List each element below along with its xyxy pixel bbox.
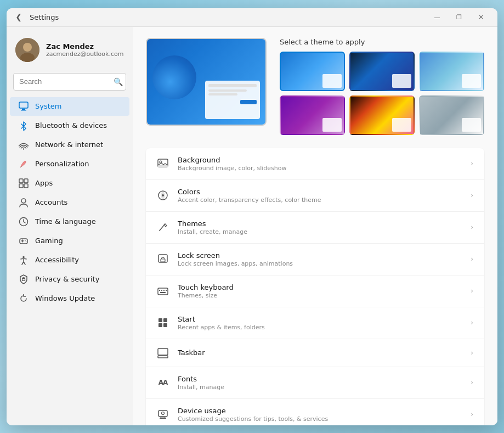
- svg-point-11: [21, 199, 26, 203]
- sidebar-item-network[interactable]: Network & internet: [10, 136, 129, 154]
- background-sub: Background image, color, slideshow: [178, 165, 462, 172]
- accessibility-icon: [19, 255, 29, 265]
- theme-thumb-2[interactable]: [349, 52, 415, 91]
- sidebar-item-bluetooth-label: Bluetooth & devices: [35, 121, 107, 130]
- bluetooth-icon: [19, 121, 29, 131]
- settings-item-background[interactable]: Background Background image, color, slid…: [146, 148, 484, 180]
- fonts-chevron: ›: [471, 379, 473, 386]
- time-icon: [19, 217, 29, 227]
- sidebar-item-gaming[interactable]: Gaming: [10, 232, 129, 250]
- sidebar-item-network-label: Network & internet: [35, 140, 103, 149]
- settings-item-start[interactable]: Start Recent apps & items, folders ›: [146, 307, 484, 339]
- colors-chevron: ›: [471, 192, 473, 199]
- svg-point-20: [160, 161, 162, 163]
- fonts-sub: Install, manage: [178, 384, 462, 391]
- taskbar-chevron: ›: [471, 349, 473, 357]
- svg-rect-25: [161, 259, 165, 262]
- maximize-button[interactable]: ❐: [448, 8, 470, 27]
- thumb-window-1: [322, 74, 342, 88]
- fonts-title: Fonts: [178, 375, 462, 383]
- sidebar-item-bluetooth[interactable]: Bluetooth & devices: [10, 116, 129, 135]
- sidebar-nav: System Bluetooth & devices Network & int…: [7, 97, 133, 308]
- sidebar-item-time[interactable]: Time & language: [10, 212, 129, 231]
- sidebar-item-personalization[interactable]: Personalization: [10, 155, 129, 173]
- settings-item-colors[interactable]: Colors Accent color, transparency effect…: [146, 180, 484, 212]
- svg-rect-28: [161, 290, 162, 291]
- svg-rect-30: [166, 290, 167, 291]
- settings-item-lock-screen[interactable]: Lock screen Lock screen images, apps, an…: [146, 244, 484, 275]
- user-name: Zac Mendez: [46, 42, 123, 50]
- svg-rect-7: [19, 179, 23, 183]
- sidebar-item-update[interactable]: Windows Update: [10, 289, 129, 308]
- gaming-icon: [19, 236, 29, 246]
- colors-sub: Accent color, transparency effects, colo…: [178, 196, 462, 204]
- device-usage-sub: Customized suggestions for tips, tools, …: [178, 415, 462, 423]
- lock-screen-title: Lock screen: [178, 251, 462, 260]
- titlebar: ❮ Settings — ❐ ✕: [7, 8, 497, 27]
- svg-rect-8: [24, 179, 28, 183]
- start-icon: [157, 317, 169, 329]
- svg-rect-31: [160, 292, 166, 293]
- theme-section: Select a theme to apply: [146, 38, 484, 135]
- background-title: Background: [178, 156, 462, 164]
- touch-keyboard-title: Touch keyboard: [178, 283, 462, 291]
- start-title: Start: [178, 315, 462, 323]
- back-button[interactable]: ❮: [12, 10, 25, 24]
- svg-rect-3: [19, 102, 28, 108]
- svg-rect-29: [163, 290, 165, 291]
- lock-screen-text: Lock screen Lock screen images, apps, an…: [178, 251, 462, 267]
- touch-keyboard-text: Touch keyboard Themes, size: [178, 283, 462, 299]
- lock-screen-chevron: ›: [471, 255, 473, 263]
- update-icon: [19, 294, 29, 303]
- avatar[interactable]: [15, 38, 39, 62]
- sidebar-item-apps[interactable]: Apps: [10, 174, 129, 193]
- themes-text: Themes Install, create, manage: [178, 220, 462, 235]
- background-text: Background Background image, color, slid…: [178, 156, 462, 172]
- settings-window: ❮ Settings — ❐ ✕ Zac Mendez zacmende: [7, 8, 497, 425]
- window-controls: — ❐ ✕: [426, 8, 492, 27]
- thumb-window-6: [462, 118, 481, 132]
- thumb-window-5: [392, 118, 411, 132]
- theme-thumb-6[interactable]: [419, 95, 484, 135]
- touch-keyboard-icon: [157, 285, 169, 297]
- settings-item-fonts[interactable]: AA Fonts Install, manage ›: [146, 367, 484, 399]
- sidebar-item-accounts[interactable]: Accounts: [10, 193, 129, 212]
- sidebar-item-system[interactable]: System: [10, 97, 129, 116]
- settings-item-touch-keyboard[interactable]: Touch keyboard Themes, size ›: [146, 275, 484, 307]
- settings-item-themes[interactable]: Themes Install, create, manage ›: [146, 212, 484, 244]
- fonts-icon: AA: [157, 376, 169, 389]
- sidebar-item-accessibility-label: Accessibility: [35, 256, 79, 264]
- search-input[interactable]: [13, 73, 126, 91]
- sidebar-item-privacy[interactable]: Privacy & security: [10, 270, 129, 289]
- theme-thumb-3[interactable]: [419, 52, 484, 91]
- themes-chevron: ›: [471, 223, 473, 231]
- preview-wallpaper: [152, 55, 196, 99]
- background-icon: [157, 158, 169, 170]
- sidebar-item-apps-label: Apps: [35, 179, 53, 187]
- settings-item-taskbar[interactable]: Taskbar ›: [146, 339, 484, 367]
- window-title: Settings: [30, 13, 426, 21]
- theme-thumb-4[interactable]: [280, 95, 345, 135]
- device-usage-chevron: ›: [471, 410, 473, 418]
- settings-item-device-usage[interactable]: Device usage Customized suggestions for …: [146, 399, 484, 425]
- sidebar-item-accounts-label: Accounts: [35, 198, 67, 206]
- close-button[interactable]: ✕: [470, 8, 492, 27]
- sidebar: Zac Mendez zacmendez@outlook.com 🔍 Syste…: [7, 27, 133, 425]
- start-text: Start Recent apps & items, folders: [178, 315, 462, 331]
- search-icon[interactable]: 🔍: [114, 77, 123, 86]
- theme-select-label: Select a theme to apply: [280, 38, 484, 46]
- sidebar-item-accessibility[interactable]: Accessibility: [10, 251, 129, 269]
- lock-screen-sub: Lock screen images, apps, animations: [178, 260, 462, 267]
- background-chevron: ›: [471, 160, 473, 167]
- sidebar-item-gaming-label: Gaming: [35, 237, 63, 245]
- sidebar-item-system-label: System: [35, 102, 61, 110]
- taskbar-title: Taskbar: [178, 348, 462, 357]
- fonts-text: Fonts Install, manage: [178, 375, 462, 391]
- minimize-button[interactable]: —: [426, 8, 448, 27]
- thumb-window-4: [322, 118, 342, 132]
- theme-thumb-5[interactable]: [349, 95, 415, 135]
- themes-grid-section: Select a theme to apply: [280, 38, 484, 135]
- colors-title: Colors: [178, 188, 462, 196]
- theme-thumb-1[interactable]: [280, 52, 345, 91]
- sidebar-item-time-label: Time & language: [35, 217, 96, 226]
